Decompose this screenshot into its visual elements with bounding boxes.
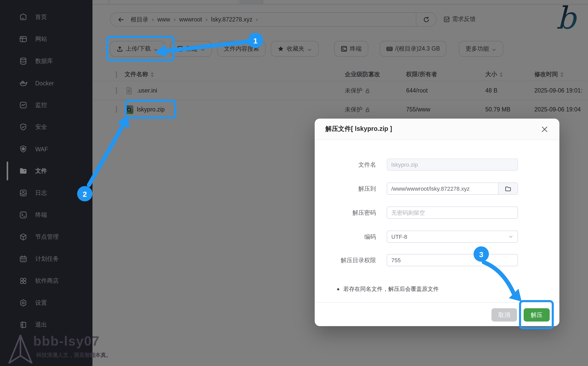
dialog-title: 解压文件[ lskypro.zip ] <box>325 125 392 133</box>
annotation-rect-zip-file <box>125 100 176 119</box>
input-文件名[interactable]: lskypro.zip <box>387 158 518 171</box>
close-icon[interactable] <box>540 125 549 133</box>
input-解压目录权限[interactable]: 755 <box>387 254 518 266</box>
annotation-step-2: 2 <box>77 186 92 201</box>
annotation-step-3: 3 <box>474 246 489 262</box>
field-label: 解压目录权限 <box>315 254 376 266</box>
bullet-dot <box>337 288 339 290</box>
input-解压到[interactable]: /www/wwwroot/lsky.872278.xyz <box>387 182 518 195</box>
extract-dialog: 解压文件[ lskypro.zip ] 文件名lskypro.zip解压到/ww… <box>315 119 559 326</box>
dialog-note: 若存在同名文件，解压后会覆盖原文件 <box>337 285 439 293</box>
annotation-step-1: 1 <box>248 33 263 48</box>
browse-folder-button[interactable] <box>498 183 518 194</box>
cancel-button[interactable]: 取消 <box>491 308 517 322</box>
field-label: 文件名 <box>315 158 376 171</box>
annotation-rect-upload-button <box>106 36 175 61</box>
chevron-down-icon <box>508 234 513 239</box>
field-label: 解压到 <box>315 182 376 195</box>
input-解压密码[interactable]: 无密码则留空 <box>387 207 518 219</box>
dialog-header: 解压文件[ lskypro.zip ] <box>315 119 559 140</box>
field-label: 解压密码 <box>315 207 376 219</box>
folder-sm-icon <box>505 185 511 192</box>
app-window: 首页网站数据库Docker监控安全WAF文件日志终端节点管理计划任务软件商店设置… <box>0 0 588 366</box>
annotation-rect-extract-button <box>519 300 554 329</box>
select-编码[interactable]: UTF-8 <box>387 230 518 243</box>
field-label: 编码 <box>315 230 376 243</box>
